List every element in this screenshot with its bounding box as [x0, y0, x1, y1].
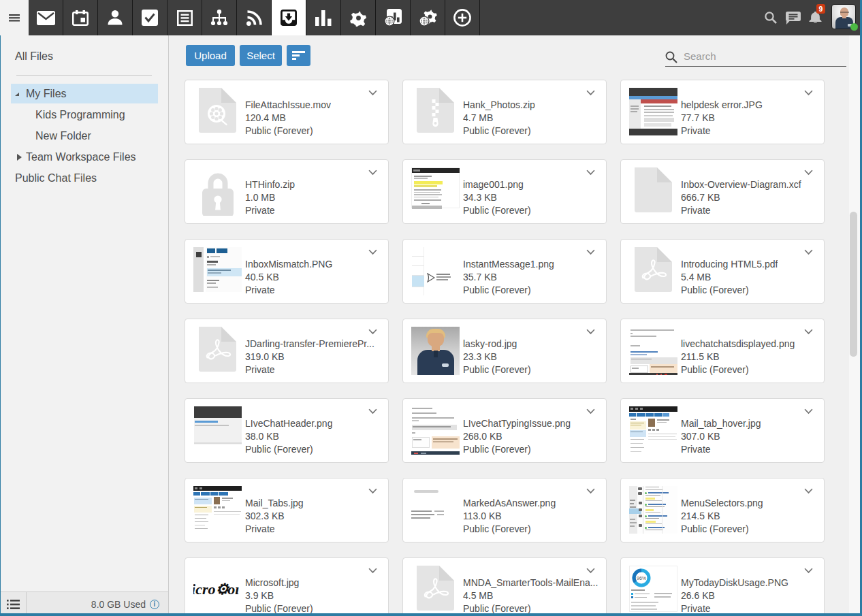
svg-text:96%: 96%: [637, 576, 646, 581]
